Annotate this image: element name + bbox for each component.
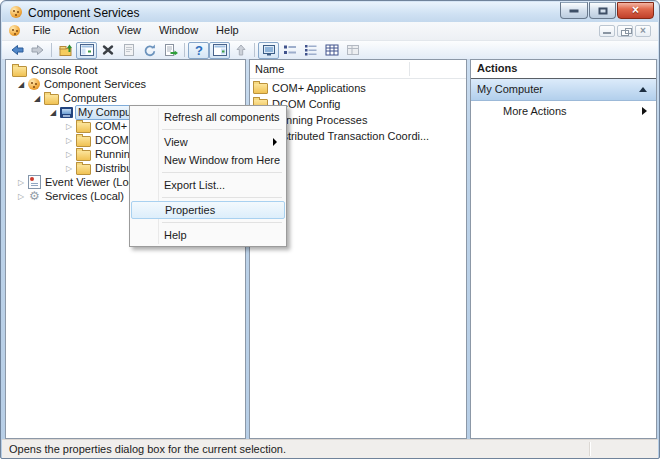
export-list-button[interactable] xyxy=(160,42,181,59)
actions-group-my-computer[interactable]: My Computer xyxy=(471,79,656,101)
collapse-icon[interactable] xyxy=(639,87,647,92)
toolbar-separator xyxy=(184,43,185,57)
context-menu-item-refresh-all-components[interactable]: Refresh all components xyxy=(131,108,285,126)
com-icon xyxy=(28,78,40,90)
expander-expanded-icon[interactable] xyxy=(46,104,60,120)
help-button[interactable]: ? xyxy=(188,42,209,59)
details-view-icon xyxy=(324,42,340,58)
computer-icon xyxy=(60,107,73,118)
toolbar-separator xyxy=(51,43,52,57)
upload-button[interactable] xyxy=(230,42,251,59)
context-menu-item-new-window-from-here[interactable]: New Window from Here xyxy=(131,151,285,169)
menu-action[interactable]: Action xyxy=(60,22,109,40)
tree-item-console-root[interactable]: Console Root xyxy=(6,63,245,77)
refresh-icon xyxy=(142,42,158,58)
submenu-arrow-icon xyxy=(642,107,647,115)
folder-icon xyxy=(76,136,91,147)
up-one-level-button[interactable] xyxy=(55,42,76,59)
back-icon xyxy=(9,42,25,58)
minimize-button[interactable] xyxy=(560,2,588,19)
component-services-icon xyxy=(10,6,22,18)
menu-help[interactable]: Help xyxy=(207,22,248,40)
forward-button[interactable] xyxy=(27,42,48,59)
actions-header: Actions xyxy=(471,60,656,79)
menu-window[interactable]: Window xyxy=(150,22,207,40)
menu-separator xyxy=(162,172,282,173)
status-bar: Opens the properties dialog box for the … xyxy=(2,439,658,458)
customize-view-icon xyxy=(345,42,361,58)
menu-separator xyxy=(162,129,282,130)
context-menu-item-view[interactable]: View xyxy=(131,133,285,151)
folder-icon xyxy=(44,94,59,105)
delete-icon xyxy=(100,42,116,58)
show-action-pane-icon xyxy=(212,42,228,58)
minimize-icon xyxy=(603,32,611,34)
menu-separator xyxy=(162,197,282,198)
list-view-button[interactable] xyxy=(300,42,321,59)
customize-view-button[interactable] xyxy=(342,42,363,59)
small-icons-view-icon xyxy=(282,42,298,58)
maximize-button[interactable] xyxy=(589,2,616,19)
tree-item-component-services[interactable]: Component Services xyxy=(6,77,245,91)
show-console-tree-icon xyxy=(79,42,95,58)
forward-icon xyxy=(30,42,46,58)
list-view-icon xyxy=(303,42,319,58)
up-one-level-icon xyxy=(58,42,74,58)
title-bar[interactable]: Component Services × xyxy=(2,2,658,22)
child-minimize-button[interactable] xyxy=(599,25,615,37)
column-divider[interactable] xyxy=(409,62,410,76)
computer-view-button[interactable] xyxy=(258,42,279,59)
child-close-button[interactable]: × xyxy=(635,25,651,37)
expander-expanded-icon[interactable] xyxy=(14,76,28,92)
menu-bar: File Action View Window Help × xyxy=(2,22,658,41)
properties-button[interactable] xyxy=(118,42,139,59)
status-bar-divider xyxy=(589,442,590,456)
help-icon: ? xyxy=(191,42,207,58)
delete-button[interactable] xyxy=(97,42,118,59)
properties-icon xyxy=(121,42,137,58)
close-button[interactable]: × xyxy=(617,2,654,19)
export-list-icon xyxy=(163,42,179,58)
column-header-name[interactable]: Name xyxy=(255,63,284,75)
refresh-button[interactable] xyxy=(139,42,160,59)
show-console-tree-button[interactable] xyxy=(76,42,97,59)
toolbar-separator xyxy=(254,43,255,57)
folder-icon xyxy=(12,66,27,77)
folder-icon xyxy=(76,122,91,133)
event-viewer-icon xyxy=(28,175,41,189)
close-icon: × xyxy=(618,3,653,17)
expander-collapsed-icon[interactable] xyxy=(14,188,28,204)
back-button[interactable] xyxy=(6,42,27,59)
services-icon xyxy=(28,190,41,203)
window-title: Component Services xyxy=(28,6,139,20)
menu-file[interactable]: File xyxy=(24,22,60,40)
folder-icon xyxy=(76,150,91,161)
tree-item-computers[interactable]: Computers xyxy=(6,91,245,105)
menu-view[interactable]: View xyxy=(108,22,150,40)
toolbar: ? xyxy=(2,41,658,60)
status-text: Opens the properties dialog box for the … xyxy=(9,443,286,455)
expander-collapsed-icon[interactable] xyxy=(62,160,76,176)
minimize-icon xyxy=(570,10,579,13)
folder-icon xyxy=(253,83,268,94)
close-icon: × xyxy=(636,26,650,36)
context-menu: Refresh all components View New Window f… xyxy=(129,105,287,247)
show-action-pane-button[interactable] xyxy=(209,42,230,59)
context-menu-item-help[interactable]: Help xyxy=(131,226,285,244)
child-restore-button[interactable] xyxy=(617,25,633,37)
context-menu-item-export-list[interactable]: Export List... xyxy=(131,176,285,194)
context-menu-item-properties[interactable]: Properties xyxy=(131,201,285,219)
more-actions-item[interactable]: More Actions xyxy=(471,101,656,121)
maximize-icon xyxy=(598,7,607,14)
folder-icon xyxy=(76,164,91,175)
list-header: Name xyxy=(250,60,466,79)
menu-separator xyxy=(162,222,282,223)
expander-expanded-icon[interactable] xyxy=(30,90,44,106)
component-services-window: Component Services × File Action View Wi… xyxy=(0,0,660,459)
details-view-button[interactable] xyxy=(321,42,342,59)
app-icon xyxy=(9,25,20,36)
small-icons-view-button[interactable] xyxy=(279,42,300,59)
computer-view-icon xyxy=(261,42,277,58)
actions-pane: Actions My Computer More Actions xyxy=(470,59,657,439)
list-item-com-plus-applications[interactable]: COM+ Applications xyxy=(252,80,464,96)
